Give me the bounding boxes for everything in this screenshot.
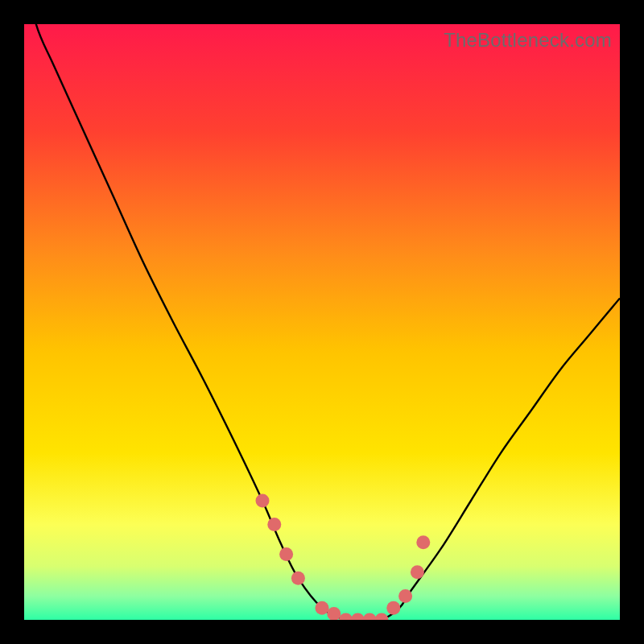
- bottleneck-curve: [24, 24, 620, 620]
- marker-point: [339, 613, 353, 621]
- marker-point: [416, 535, 430, 549]
- marker-point: [267, 518, 281, 531]
- plot-area: TheBottleneck.com: [24, 24, 620, 620]
- marker-group: [256, 494, 431, 621]
- curve-layer: [24, 24, 620, 620]
- marker-point: [316, 601, 329, 615]
- marker-point: [375, 613, 389, 621]
- marker-point: [256, 494, 270, 508]
- watermark-text: TheBottleneck.com: [444, 29, 612, 52]
- marker-point: [327, 607, 341, 620]
- marker-point: [351, 613, 365, 621]
- marker-point: [411, 565, 424, 579]
- marker-point: [363, 613, 377, 621]
- marker-point: [291, 572, 305, 585]
- marker-point: [279, 547, 293, 561]
- chart-stage: TheBottleneck.com: [0, 0, 644, 644]
- marker-point: [386, 601, 400, 615]
- marker-point: [398, 589, 412, 603]
